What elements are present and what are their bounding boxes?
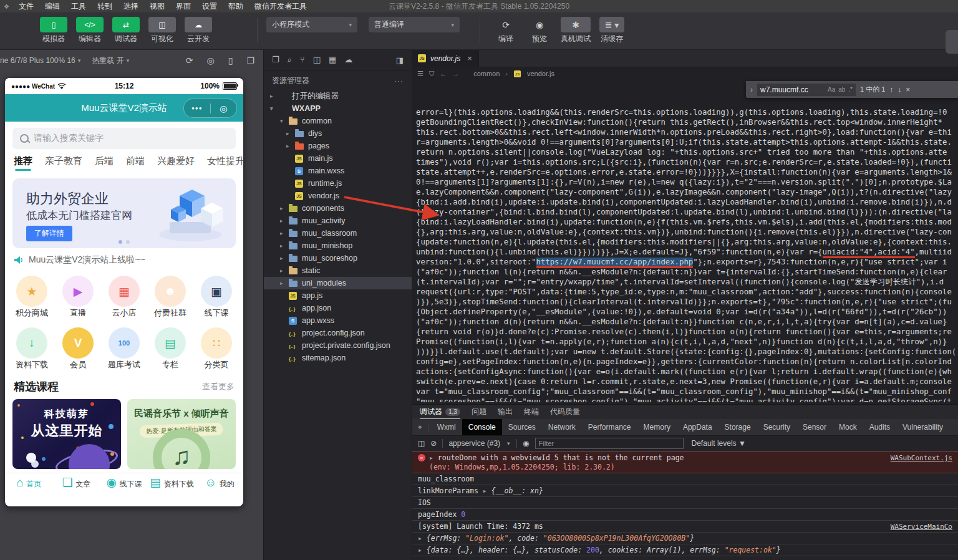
tree-item[interactable]: ▸ static bbox=[264, 264, 412, 277]
find-option-icon[interactable]: Aa bbox=[828, 86, 835, 93]
grid-item-points-mall[interactable]: ★ 积分商城 bbox=[9, 276, 55, 319]
outline-icon[interactable]: ☰ bbox=[417, 70, 423, 78]
grid-item-membership[interactable]: V 会员 bbox=[55, 327, 101, 370]
devtools-tab[interactable]: Performance bbox=[582, 419, 637, 435]
course-card-tech[interactable]: 科技萌芽 从这里开始 bbox=[12, 399, 121, 469]
find-previous-icon[interactable]: ↑ bbox=[889, 85, 893, 94]
grid-item-downloads[interactable]: ↓ 资料下载 bbox=[9, 327, 55, 370]
device-select[interactable]: ne 6/7/8 Plus 100% 16 bbox=[0, 56, 75, 65]
devtools-tab[interactable]: Vulnerability bbox=[896, 419, 949, 435]
menu-item[interactable]: 工具 bbox=[65, 1, 92, 12]
hot-reload-toggle[interactable]: 热重载 开 bbox=[92, 56, 123, 66]
debugger-toggle-button[interactable]: ⇄ 调试器 bbox=[110, 17, 142, 44]
detach-window-icon[interactable]: ❐ bbox=[246, 56, 254, 65]
split-editor-icon[interactable]: ◫ bbox=[313, 55, 321, 65]
devtools-tab[interactable]: Wxml bbox=[431, 419, 462, 435]
context-select[interactable]: appservice (#3) bbox=[448, 439, 500, 448]
category-tab[interactable]: 兴趣爱好 bbox=[157, 155, 195, 173]
more-actions-icon[interactable]: ··· bbox=[394, 77, 404, 85]
mode-select[interactable]: 小程序模式 ▾ bbox=[266, 17, 357, 32]
debug-panel-tab[interactable]: 输出 bbox=[498, 405, 513, 419]
toolbar-edge-button[interactable] bbox=[946, 30, 958, 54]
menu-item[interactable]: 转到 bbox=[92, 1, 118, 12]
announcement-bar[interactable]: Muu云课堂V2演示站上线啦~~ bbox=[5, 248, 243, 268]
bookmark-icon[interactable]: ⛉ bbox=[429, 70, 434, 78]
menu-item[interactable]: 文件 bbox=[13, 1, 39, 12]
menu-item[interactable]: 微信开发者工具 bbox=[249, 1, 312, 12]
toggle-replace-icon[interactable]: › bbox=[750, 85, 753, 94]
dock-side-icon[interactable]: ◫ bbox=[418, 439, 425, 448]
breadcrumb-file[interactable]: vendor.js bbox=[527, 70, 554, 77]
compile-button[interactable]: ⟳ 编译 bbox=[493, 17, 518, 44]
tree-item[interactable]: ▸ components bbox=[264, 202, 412, 215]
tree-item[interactable]: vendor.js bbox=[264, 190, 412, 202]
devtools-tab[interactable]: Mock bbox=[833, 419, 863, 435]
close-tab-icon[interactable]: × bbox=[467, 54, 472, 63]
tree-item[interactable]: ▸ muu_scoreshop bbox=[264, 252, 412, 264]
category-tab[interactable]: 后端 bbox=[95, 155, 114, 173]
tree-item[interactable]: ▸ diys bbox=[264, 127, 412, 140]
grid-item-live[interactable]: ▶ 直播 bbox=[55, 276, 101, 319]
refresh-simulator-icon[interactable]: ⟳ bbox=[186, 56, 193, 65]
grid-item-paid-community[interactable]: ☻ 付费社群 bbox=[147, 276, 193, 319]
devtools-tab[interactable]: Audits bbox=[863, 419, 896, 435]
visualizer-toggle-button[interactable]: ◫ 可视化 bbox=[146, 17, 178, 44]
menu-item[interactable]: 设置 bbox=[196, 1, 223, 12]
devtools-tab[interactable]: Sources bbox=[502, 419, 542, 435]
eye-icon[interactable]: ◉ bbox=[523, 439, 529, 448]
tabbar-offline-courses[interactable]: ◉ 线下课 bbox=[100, 473, 148, 506]
tree-item[interactable]: ▸ muu_minishop bbox=[264, 239, 412, 252]
search-input[interactable]: 请输入搜索关键字 bbox=[12, 128, 236, 149]
remote-debug-button[interactable]: ✱ 真机调试 bbox=[561, 17, 591, 44]
simulator-toggle-button[interactable]: ▯ 模拟器 bbox=[37, 17, 70, 44]
console-filter-input[interactable] bbox=[535, 438, 684, 449]
cloud-sync-icon[interactable]: ☁ bbox=[344, 55, 352, 65]
tree-item[interactable]: ▾ common bbox=[264, 115, 412, 127]
device-frame-icon[interactable]: ▯ bbox=[228, 56, 233, 65]
editor-tab-vendor-js[interactable]: vendor.js × bbox=[412, 50, 479, 67]
tree-item[interactable]: project.private.config.json bbox=[264, 339, 412, 352]
tree-item[interactable]: project.config.json bbox=[264, 327, 412, 339]
devtools-tab[interactable]: Sensor bbox=[796, 419, 833, 435]
tree-item[interactable]: app.json bbox=[264, 302, 412, 314]
console-prompt[interactable]: › bbox=[412, 556, 958, 560]
find-option-icon[interactable]: .* bbox=[848, 86, 853, 93]
devtools-tab[interactable]: Storage bbox=[718, 419, 757, 435]
source-file-link[interactable]: WASubContext.js bbox=[891, 453, 952, 463]
tree-item[interactable]: runtime.js bbox=[264, 177, 412, 190]
menu-item[interactable]: 界面 bbox=[170, 1, 196, 12]
tabbar-profile[interactable]: ☺ 我的 bbox=[196, 473, 243, 506]
tree-item[interactable]: ▸ muu_activity bbox=[264, 215, 412, 227]
promo-banner[interactable]: 助力外贸企业 低成本无门槛搭建官网 了解详情 bbox=[12, 178, 236, 248]
menu-item[interactable]: 选择 bbox=[118, 1, 144, 12]
debug-panel-tab[interactable]: 问题 bbox=[472, 405, 486, 419]
find-input[interactable]: w7.muucmf.cc Aaab.* bbox=[757, 84, 856, 96]
tree-item[interactable]: ▸ uni_modules bbox=[264, 277, 412, 289]
more-icon[interactable]: ●●● bbox=[184, 105, 210, 111]
devtools-tab[interactable]: Security bbox=[757, 419, 796, 435]
source-control-icon[interactable]: ⑂ bbox=[300, 55, 305, 65]
grid-item-column[interactable]: ▤ 专栏 bbox=[147, 327, 193, 370]
editor-toggle-button[interactable]: </> 编辑器 bbox=[74, 17, 106, 44]
find-next-icon[interactable]: ↓ bbox=[898, 85, 901, 94]
close-target-icon[interactable]: ◎ bbox=[211, 104, 237, 113]
tree-item[interactable]: main.js bbox=[264, 152, 412, 165]
tabbar-downloads[interactable]: ▤ 资料下载 bbox=[148, 473, 195, 506]
search-icon[interactable]: ⌕ bbox=[288, 55, 292, 65]
grid-item-cloud-shop[interactable]: ▦ 云小店 bbox=[101, 276, 147, 319]
debug-panel-tab[interactable]: 调试器 1,3 bbox=[420, 405, 460, 419]
cloud-dev-button[interactable]: ☁ 云开发 bbox=[182, 17, 215, 44]
layout-icon[interactable]: ◨ bbox=[396, 56, 404, 65]
menu-item[interactable]: 视图 bbox=[144, 1, 170, 12]
debug-panel-tab[interactable]: 终端 bbox=[524, 405, 539, 419]
grid-item-exam-bank[interactable]: 100 题库考试 bbox=[101, 327, 147, 370]
compile-mode-select[interactable]: 普通编译 ▾ bbox=[369, 17, 460, 32]
menu-item[interactable]: 帮助 bbox=[223, 1, 249, 12]
grid-item-category[interactable]: ∷ 分类页 bbox=[193, 327, 240, 370]
inspect-element-icon[interactable]: ⌖ bbox=[412, 423, 428, 432]
tree-item[interactable]: ▸ pages bbox=[264, 140, 412, 152]
category-tab[interactable]: 亲子教育 bbox=[45, 155, 82, 173]
preview-button[interactable]: ◉ 预览 bbox=[527, 17, 552, 44]
view-more-link[interactable]: 查看更多 bbox=[202, 381, 235, 392]
devtools-tab[interactable]: AppData bbox=[677, 419, 718, 435]
